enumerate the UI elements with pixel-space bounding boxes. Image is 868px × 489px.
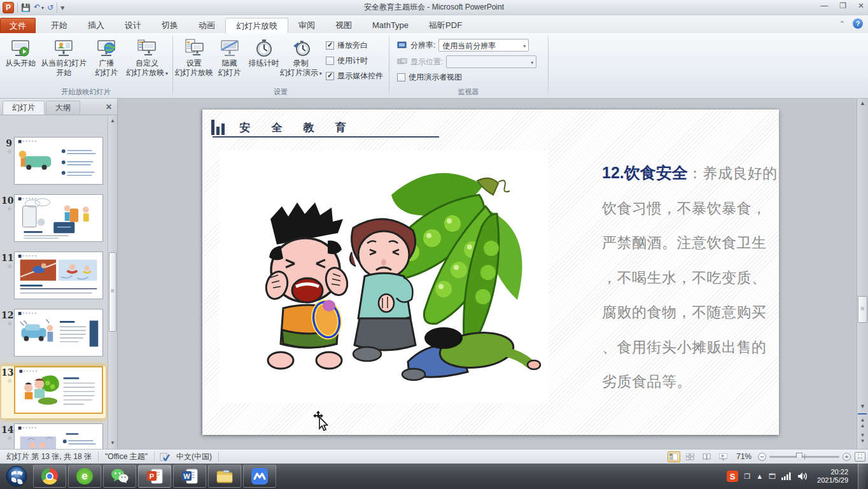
pane-tab-outline[interactable]: 大纲	[46, 101, 80, 115]
start-button[interactable]	[5, 465, 28, 488]
slide-thumbnail-11[interactable]: 11☆	[1, 252, 106, 304]
zoom-slider[interactable]: − +	[758, 453, 851, 461]
taskbar-wechat[interactable]	[103, 465, 136, 488]
svg-text:S: S	[730, 472, 736, 481]
reading-view-icon	[703, 453, 711, 460]
dropdown-arrow-icon: ▾	[531, 60, 533, 66]
set-up-slideshow-button[interactable]: 设置 幻灯片放映	[176, 35, 213, 78]
divider	[154, 451, 155, 462]
checkbox-presenter-view[interactable]: 使用演示者视图	[397, 72, 536, 83]
scroll-up-icon[interactable]: ▲	[109, 117, 116, 125]
show-desktop-button[interactable]	[858, 464, 865, 489]
help-icon[interactable]: ?	[853, 18, 863, 29]
checkbox-play-narrations[interactable]: 播放旁白	[326, 40, 383, 51]
pane-tab-slides[interactable]: 幻灯片	[3, 101, 45, 115]
slide-thumbnail-14[interactable]: 14☆	[1, 423, 106, 449]
taskbar-powerpoint[interactable]: P	[138, 465, 171, 488]
animation-star-icon: ☆	[1, 263, 14, 269]
scroll-down-icon[interactable]: ▼	[109, 439, 116, 448]
tab-view[interactable]: 视图	[325, 18, 362, 33]
slide-sorter-view-button[interactable]	[684, 451, 697, 462]
theme-name[interactable]: "Office 主题"	[99, 451, 154, 462]
taskbar-explorer[interactable]	[208, 465, 241, 488]
animation-star-icon: ☆	[1, 320, 14, 327]
taskbar-meeting-app[interactable]	[243, 465, 276, 488]
tab-review[interactable]: 审阅	[288, 18, 325, 33]
taskbar-word[interactable]: W	[173, 465, 206, 488]
broadcast-slideshow-button[interactable]: 广播 幻灯片	[89, 35, 123, 78]
hide-slide-button[interactable]: 隐藏 幻灯片	[213, 35, 247, 78]
resolution-select[interactable]: 使用当前分辨率 ▾	[438, 39, 529, 52]
scrollbar-thumb[interactable]	[109, 252, 116, 332]
main-scrollbar[interactable]: ▲ ▼ ▲▲ ▼▼	[857, 99, 868, 449]
network-signal-icon[interactable]	[781, 472, 792, 480]
checkbox-use-timings[interactable]: 使用计时	[326, 55, 383, 66]
language-indicator[interactable]: 中文(中国)	[170, 451, 218, 462]
word-icon: W	[181, 468, 199, 485]
action-center-icon[interactable]: 🗔	[769, 472, 776, 480]
zoom-in-icon[interactable]: +	[843, 453, 851, 461]
show-hidden-icons[interactable]: ▲	[756, 472, 763, 480]
restore-button[interactable]: ❐	[839, 1, 846, 10]
spellcheck-icon[interactable]	[160, 452, 170, 461]
tab-animations[interactable]: 动画	[188, 18, 225, 33]
window-layer-icon[interactable]: ❐	[744, 472, 750, 481]
tab-mathtype[interactable]: MathType	[362, 18, 419, 33]
tab-file[interactable]: 文件	[0, 18, 36, 33]
scrollbar-thumb[interactable]	[858, 296, 867, 323]
sogou-input-icon[interactable]: S	[727, 471, 738, 482]
tab-design[interactable]: 设计	[115, 18, 151, 33]
checkbox-unchecked-icon	[326, 57, 334, 65]
from-current-slide-button[interactable]: 从当前幻灯片 开始	[38, 35, 89, 78]
normal-view-icon	[669, 453, 678, 460]
folder-icon	[216, 469, 234, 484]
volume-icon[interactable]	[797, 472, 808, 481]
slideshow-view-button[interactable]	[717, 451, 730, 462]
fit-to-window-icon[interactable]: ⛶	[855, 452, 865, 462]
tab-home[interactable]: 开始	[41, 18, 78, 33]
animation-star-icon: ☆	[1, 435, 14, 441]
reading-view-button[interactable]	[701, 451, 713, 462]
scroll-down-icon[interactable]: ▼	[858, 403, 867, 409]
taskbar-clock[interactable]: 20:22 2021/5/29	[813, 468, 852, 485]
sidebar-scrollbar[interactable]: ▲ ▼	[108, 115, 117, 449]
show-on-monitor-icon	[397, 58, 407, 66]
custom-slideshow-button[interactable]: 自定义 幻灯片放映▾	[123, 35, 171, 79]
taskbar-chrome[interactable]	[33, 465, 66, 488]
close-button[interactable]: ✕	[858, 1, 864, 10]
normal-view-button[interactable]	[668, 451, 680, 462]
animation-star-icon: ☆	[1, 206, 14, 212]
from-beginning-button[interactable]: 从头开始	[3, 35, 38, 69]
powerpoint-window: P 💾 ↶▾ ↺ ▾ 安全教育主题班会 - Microsoft PowerPoi…	[0, 0, 868, 489]
slide-thumbnail-10[interactable]: 10☆	[1, 194, 106, 246]
divider	[218, 451, 219, 462]
slide-thumbnail-9[interactable]: 9☆	[1, 137, 106, 189]
tab-transitions[interactable]: 切换	[151, 18, 188, 33]
minimize-button[interactable]: —	[820, 1, 828, 10]
tab-slideshow[interactable]: 幻灯片放映	[225, 18, 288, 33]
zoom-percentage[interactable]: 71%	[734, 452, 754, 461]
tab-foxit-pdf[interactable]: 福昕PDF	[419, 18, 472, 33]
checkbox-show-media-controls[interactable]: 显示媒体控件	[326, 71, 383, 82]
work-area: 幻灯片 大纲 ✕ 9☆ 10☆ 11☆	[0, 99, 868, 449]
slide-thumbnail-12[interactable]: 12☆	[1, 309, 106, 361]
next-slide-button[interactable]: ▼▼	[858, 432, 867, 444]
tab-insert[interactable]: 插入	[78, 18, 115, 33]
dropdown-arrow-icon: ▾	[165, 71, 168, 76]
zoom-slider-thumb[interactable]	[796, 453, 802, 461]
slide-canvas[interactable]: 安全教育	[202, 110, 779, 435]
close-pane-icon[interactable]: ✕	[106, 103, 112, 111]
collapse-ribbon-icon[interactable]: ⌃	[839, 20, 845, 28]
group-start-slideshow: 从头开始 从当前幻灯片 开始 广播 幻灯片 自定义 幻灯片放映▾ 开始放映幻灯片	[0, 33, 173, 98]
slide-illustration[interactable]	[220, 150, 549, 403]
body-lead: 12.饮食安全	[602, 164, 688, 181]
scroll-up-icon[interactable]: ▲	[858, 100, 867, 106]
slide-thumbnail-13-selected[interactable]: 13☆	[1, 366, 106, 418]
group-setup: 设置 幻灯片放映 隐藏 幻灯片 排练计时 录制 幻灯片演示▾	[173, 33, 389, 98]
record-slideshow-button[interactable]: 录制 幻灯片演示▾	[281, 35, 321, 79]
taskbar-360-browser[interactable]: e	[68, 465, 101, 488]
rehearse-timings-button[interactable]: 排练计时	[247, 35, 281, 69]
zoom-out-icon[interactable]: −	[758, 453, 766, 461]
slide-body-text[interactable]: 12.饮食安全：养成良好的 饮食习惯，不暴饮暴食， 严禁酗酒。注意饮食卫生 ，不…	[602, 155, 778, 399]
previous-slide-button[interactable]: ▲▲	[858, 417, 867, 429]
